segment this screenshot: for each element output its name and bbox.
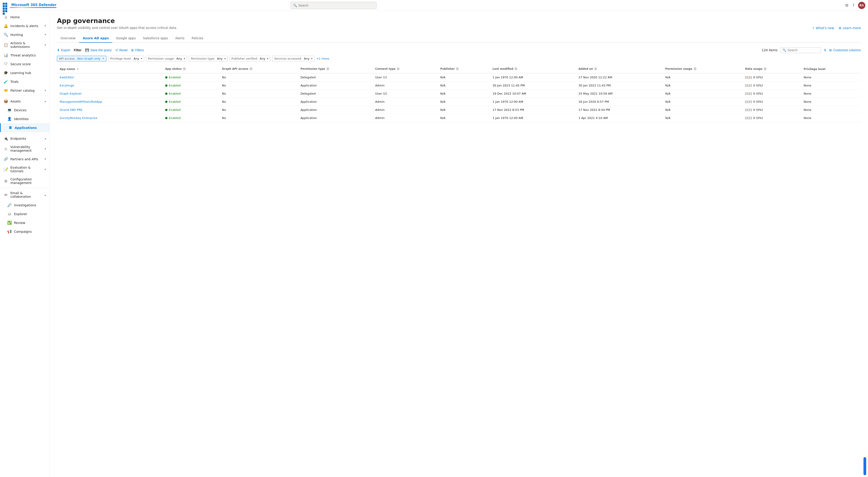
- save-query-button[interactable]: 💾 Save the query: [85, 48, 112, 52]
- services-accessed-dropdown[interactable]: Services accessed: Any ▾: [272, 56, 314, 61]
- table-search-box[interactable]: 🔍: [780, 47, 821, 53]
- cell-added-3: 16 Jun 2020 6:57 PM: [576, 98, 662, 106]
- sidebar-item-applications[interactable]: 🖥 Applications: [0, 123, 50, 132]
- reset-button[interactable]: ↺ Reset: [115, 48, 128, 52]
- export-button[interactable]: ⬇ Export: [57, 48, 70, 52]
- sidebar-item-trials[interactable]: 🧪 Trials: [0, 77, 50, 86]
- chevron-down-icon: ▾: [44, 168, 46, 171]
- sidebar-item-campaigns[interactable]: 📢 Campaigns: [0, 227, 50, 236]
- sidebar-item-identities[interactable]: 👤 Identities: [0, 114, 50, 123]
- tab-azure-ad[interactable]: Azure AD apps: [79, 34, 112, 43]
- sidebar-item-assets[interactable]: 📦 Assets ▴: [0, 97, 50, 106]
- learn-more-button[interactable]: ⊞ Learn more: [839, 26, 861, 30]
- remove-filter-icon[interactable]: ✕: [102, 57, 104, 60]
- review-icon: ✅: [7, 220, 12, 225]
- sidebar-item-actions[interactable]: 📋 Actions & submissions ▾: [0, 39, 50, 51]
- help-icon[interactable]: ?: [852, 3, 855, 8]
- sidebar-item-threat[interactable]: 📊 Threat analytics: [0, 51, 50, 60]
- sidebar-item-hunting[interactable]: 🔍 Hunting ▾: [0, 30, 50, 39]
- app-name-link-3[interactable]: ManagementAPIDataTestApp: [60, 100, 102, 103]
- tab-alerts[interactable]: Alerts: [172, 34, 188, 43]
- sidebar-item-secure[interactable]: 🛡 Secure score: [0, 60, 50, 68]
- data-bar: [747, 92, 748, 95]
- col-graph-api[interactable]: Graph API access ⓘ: [219, 65, 298, 73]
- sidebar-item-evaluation[interactable]: 📝 Evaluation & tutorials ▾: [0, 164, 50, 175]
- col-consent-type[interactable]: Consent type ⓘ: [372, 65, 437, 73]
- info-icon[interactable]: ⓘ: [327, 68, 329, 70]
- table-search-input[interactable]: [787, 48, 819, 52]
- privilege-prefix: Privilege level:: [110, 57, 132, 60]
- sidebar-item-vulnerability[interactable]: ⚠ Vulnerability management ▾: [0, 143, 50, 155]
- sidebar-item-devices[interactable]: 💻 Devices: [0, 106, 50, 114]
- app-name-link-4[interactable]: Oracle EBS PRE: [60, 108, 83, 111]
- tab-google[interactable]: Google apps: [112, 34, 139, 43]
- publisher-verified-dropdown[interactable]: Publisher verified: Any ▾: [229, 56, 270, 61]
- info-icon[interactable]: ⓘ: [515, 68, 517, 70]
- sidebar-item-endpoints[interactable]: 🔌 Endpoints ▴: [0, 134, 50, 143]
- user-avatar[interactable]: RS: [858, 2, 865, 9]
- scroll-indicator[interactable]: [864, 457, 866, 475]
- permission-usage-dropdown[interactable]: Permission usage: Any ▾: [146, 56, 187, 61]
- col-permission-usage[interactable]: Permission usage ⓘ: [662, 65, 742, 73]
- endpoints-icon: 🔌: [4, 136, 8, 141]
- cell-perm-usage-3: N/A: [662, 98, 742, 106]
- tab-salesforce[interactable]: Salesforce apps: [140, 34, 172, 43]
- sidebar-item-config[interactable]: ⚙ Configuration management: [0, 175, 50, 187]
- sidebar-item-home[interactable]: ⌂ Home: [0, 13, 50, 22]
- topbar-search-box[interactable]: 🔍: [290, 2, 376, 9]
- app-name-link-0[interactable]: EwsEditor: [60, 76, 74, 79]
- info-icon[interactable]: ⓘ: [764, 68, 766, 70]
- sidebar-item-learning[interactable]: 🎓 Learning hub: [0, 68, 50, 77]
- cell-consent-5: Admin: [372, 114, 437, 122]
- col-app-status[interactable]: App status ⓘ: [162, 65, 219, 73]
- sidebar-item-partners-apis[interactable]: 🔗 Partners and APIs ▾: [0, 155, 50, 164]
- col-privilege-level[interactable]: Privilege level: [801, 65, 861, 73]
- cell-publisher-3: N/A: [437, 98, 490, 106]
- tab-overview[interactable]: Overview: [57, 34, 79, 43]
- sidebar-item-incidents[interactable]: 🔔 Incidents & alerts ▾: [0, 22, 50, 30]
- col-added-on[interactable]: Added on ⓘ: [576, 65, 662, 73]
- sidebar-item-email[interactable]: ✉ Email & collaboration ▴: [0, 189, 50, 201]
- sidebar-item-investigations[interactable]: 🔎 Investigations: [0, 201, 50, 209]
- data-usage-value-2: 0 (0%): [753, 92, 763, 95]
- brand-name[interactable]: Microsoft 365 Defender: [11, 3, 57, 7]
- settings-icon[interactable]: ⚙: [845, 3, 848, 8]
- col-last-modified[interactable]: Last modified ⓘ: [490, 65, 576, 73]
- app-name-link-1[interactable]: Excahnge: [60, 84, 74, 87]
- data-bar: [745, 76, 746, 79]
- sidebar-item-explorer[interactable]: 🗂 Explorer: [0, 209, 50, 218]
- privilege-level-dropdown[interactable]: Privilege level: Any ▾: [108, 56, 144, 61]
- cell-perm-usage-1: N/A: [662, 81, 742, 90]
- app-name-link-2[interactable]: Graph Explorer: [60, 92, 82, 95]
- sidebar-item-review[interactable]: ✅ Review: [0, 218, 50, 227]
- secure-icon: 🛡: [4, 62, 8, 66]
- sort-filter-button[interactable]: ⇅: [824, 48, 827, 52]
- col-permission-type[interactable]: Permission type ⓘ: [298, 65, 373, 73]
- cell-added-4: 17 Nov 2022 8:34 PM: [576, 106, 662, 114]
- tab-policies[interactable]: Policies: [188, 34, 207, 43]
- whats-new-button[interactable]: ⚡ What's new: [812, 26, 834, 30]
- status-enabled-icon: [165, 101, 167, 103]
- col-publisher[interactable]: Publisher ⓘ: [437, 65, 490, 73]
- info-icon[interactable]: ⓘ: [397, 68, 399, 70]
- cell-modified-5: 1 Jan 1970 12:00 AM: [490, 114, 576, 122]
- customize-columns-button[interactable]: ⊞ Customize columns: [829, 48, 861, 52]
- info-icon[interactable]: ⓘ: [250, 68, 252, 70]
- info-icon[interactable]: ⓘ: [694, 68, 696, 70]
- col-data-usage[interactable]: Data usage ⓘ: [742, 65, 801, 73]
- api-access-filter-chip[interactable]: API access: Non-Graph only ✕: [57, 56, 106, 61]
- more-filters-button[interactable]: +1 more: [316, 57, 329, 60]
- col-app-name[interactable]: App name ↑: [57, 65, 162, 73]
- app-name-link-5[interactable]: SurveyMonkey Enterprise: [60, 116, 97, 120]
- data-bar: [745, 117, 746, 120]
- info-icon[interactable]: ⓘ: [594, 68, 597, 70]
- search-input[interactable]: [298, 4, 374, 7]
- info-icon[interactable]: ⓘ: [183, 68, 186, 70]
- cell-consent-0: User (1): [372, 73, 437, 81]
- sidebar-item-partner[interactable]: 🤝 Partner catalog ▾: [0, 86, 50, 95]
- info-icon[interactable]: ⓘ: [456, 68, 459, 70]
- waffle-menu-icon[interactable]: [3, 3, 8, 8]
- permission-type-dropdown[interactable]: Permission type: Any ▾: [189, 56, 227, 61]
- filters-button[interactable]: ⊞ Filters: [131, 48, 144, 52]
- sidebar-label-investigations: Investigations: [14, 203, 36, 207]
